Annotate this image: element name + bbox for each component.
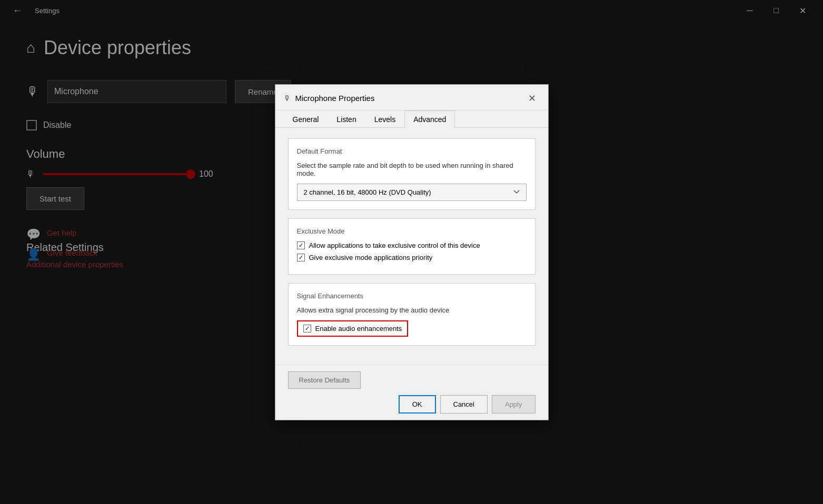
dialog-close-button[interactable]: ✕ <box>525 91 540 106</box>
default-format-desc: Select the sample rate and bit depth to … <box>297 162 527 177</box>
dialog-mic-icon: 🎙 <box>284 94 291 103</box>
exclusive-mode-section: Exclusive Mode Allow applications to tak… <box>288 218 536 275</box>
exclusive-control-checkbox[interactable] <box>297 241 305 249</box>
signal-enhancements-label: Signal Enhancements <box>297 292 527 300</box>
restore-defaults-button[interactable]: Restore Defaults <box>288 371 361 389</box>
exclusive-priority-row: Give exclusive mode applications priorit… <box>297 254 527 261</box>
enable-enhancements-row[interactable]: Enable audio enhancements <box>297 320 409 337</box>
modal-overlay: 🎙 Microphone Properties ✕ General Listen… <box>0 0 823 504</box>
ok-button[interactable]: OK <box>399 395 436 414</box>
apply-button[interactable]: Apply <box>492 395 536 414</box>
dialog-body: Default Format Select the sample rate an… <box>275 128 548 365</box>
dialog-footer: Restore Defaults OK Cancel Apply <box>275 365 548 420</box>
tab-levels[interactable]: Levels <box>365 110 404 128</box>
tab-advanced[interactable]: Advanced <box>404 110 455 128</box>
signal-enhancements-desc: Allows extra signal processing by the au… <box>297 306 527 314</box>
format-dropdown[interactable]: 2 channel, 16 bit, 48000 Hz (DVD Quality… <box>297 184 527 201</box>
default-format-label: Default Format <box>297 147 527 155</box>
tab-general[interactable]: General <box>284 110 328 128</box>
exclusive-priority-checkbox[interactable] <box>297 254 305 261</box>
dialog-action-buttons: OK Cancel Apply <box>288 395 536 414</box>
cancel-button[interactable]: Cancel <box>440 395 488 414</box>
signal-enhancements-section: Signal Enhancements Allows extra signal … <box>288 283 536 346</box>
default-format-section: Default Format Select the sample rate an… <box>288 138 536 210</box>
dialog-title-left: 🎙 Microphone Properties <box>284 94 375 103</box>
exclusive-control-row: Allow applications to take exclusive con… <box>297 241 527 249</box>
dialog-tabs: General Listen Levels Advanced <box>275 110 548 128</box>
dialog-titlebar: 🎙 Microphone Properties ✕ <box>275 85 548 110</box>
tab-listen[interactable]: Listen <box>328 110 365 128</box>
microphone-properties-dialog: 🎙 Microphone Properties ✕ General Listen… <box>275 84 549 420</box>
exclusive-control-label: Allow applications to take exclusive con… <box>309 241 480 249</box>
dialog-title-text: Microphone Properties <box>295 94 375 103</box>
exclusive-mode-label: Exclusive Mode <box>297 227 527 235</box>
enable-enhancements-checkbox[interactable] <box>303 325 311 332</box>
enable-enhancements-label: Enable audio enhancements <box>315 325 402 332</box>
exclusive-priority-label: Give exclusive mode applications priorit… <box>309 254 433 261</box>
